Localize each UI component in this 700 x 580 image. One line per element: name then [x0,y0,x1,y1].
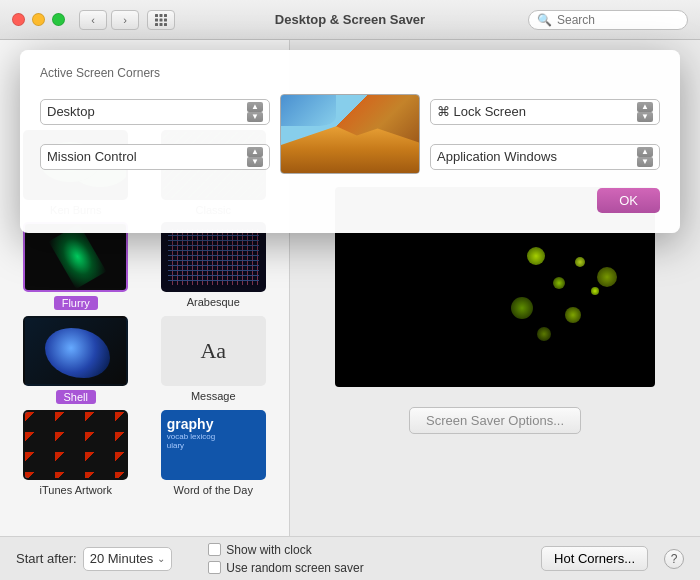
bottom-left-corner-select[interactable]: Mission Control ▲ ▼ [40,144,270,170]
svg-rect-5 [164,18,167,21]
ss-thumbnail-message: Aa [161,316,266,386]
particle [591,287,599,295]
search-input[interactable] [557,13,677,27]
traffic-lights [12,13,65,26]
stepper-down[interactable]: ▼ [637,157,653,167]
ss-thumbnail-wotd: graphy vocab lexicog ulary [161,410,266,480]
use-random-checkbox[interactable] [208,561,221,574]
particle [597,267,617,287]
grid-button[interactable] [147,10,175,30]
svg-rect-0 [155,14,158,17]
particle [537,327,551,341]
show-with-clock-checkbox[interactable] [208,543,221,556]
message-preview-text: Aa [200,338,226,364]
top-right-value: ⌘ Lock Screen [437,104,633,119]
top-left-stepper[interactable]: ▲ ▼ [247,102,263,122]
use-random-label: Use random screen saver [226,561,363,575]
list-item[interactable]: Aa Message [148,316,280,404]
ss-label-arabesque: Arabesque [187,296,240,308]
list-item[interactable]: Shell [10,316,142,404]
nav-buttons: ‹ › [79,10,175,30]
top-right-stepper[interactable]: ▲ ▼ [637,102,653,122]
list-item[interactable]: graphy vocab lexicog ulary Word of the D… [148,410,280,496]
time-select[interactable]: 20 Minutes ⌄ [83,547,173,571]
titlebar: ‹ › Desktop & Screen Saver 🔍 [0,0,700,40]
svg-rect-2 [164,14,167,17]
svg-rect-3 [155,18,158,21]
particle [527,247,545,265]
svg-rect-4 [160,18,163,21]
ok-btn-row: OK [40,188,660,213]
bottom-right-value: Application Windows [437,149,633,164]
start-after: Start after: 20 Minutes ⌄ [16,547,172,571]
stepper-up[interactable]: ▲ [637,147,653,157]
screen-saver-options-button[interactable]: Screen Saver Options... [409,407,581,434]
svg-rect-7 [160,23,163,26]
bottom-right-stepper[interactable]: ▲ ▼ [637,147,653,167]
bottom-right-corner-select[interactable]: Application Windows ▲ ▼ [430,144,660,170]
active-screen-corners-panel: Active Screen Corners Desktop ▲ ▼ ⌘ Lock… [20,50,680,233]
ss-label-flurry: Flurry [54,296,98,310]
back-button[interactable]: ‹ [79,10,107,30]
svg-rect-1 [160,14,163,17]
time-value: 20 Minutes [90,551,154,566]
checkboxes: Show with clock Use random screen saver [208,543,363,575]
overlay-title: Active Screen Corners [40,66,660,80]
show-with-clock-row[interactable]: Show with clock [208,543,363,557]
ss-label-wotd: Word of the Day [174,484,253,496]
ss-thumbnail-shell [23,316,128,386]
corners-grid: Desktop ▲ ▼ ⌘ Lock Screen ▲ ▼ Mission Co… [40,94,660,174]
wotd-preview-word: graphy [167,416,214,432]
desktop-preview-image [280,94,420,174]
top-right-corner-select[interactable]: ⌘ Lock Screen ▲ ▼ [430,99,660,125]
close-button[interactable] [12,13,25,26]
stepper-up[interactable]: ▲ [637,102,653,112]
use-random-row[interactable]: Use random screen saver [208,561,363,575]
particle [511,297,533,319]
minimize-button[interactable] [32,13,45,26]
maximize-button[interactable] [52,13,65,26]
search-icon: 🔍 [537,13,552,27]
search-box[interactable]: 🔍 [528,10,688,30]
svg-rect-6 [155,23,158,26]
bottom-bar: Start after: 20 Minutes ⌄ Show with cloc… [0,536,700,580]
list-item[interactable]: iTunes Artwork [10,410,142,496]
forward-button[interactable]: › [111,10,139,30]
svg-rect-8 [164,23,167,26]
ss-label-shell: Shell [56,390,96,404]
particle [553,277,565,289]
show-with-clock-label: Show with clock [226,543,311,557]
bottom-left-stepper[interactable]: ▲ ▼ [247,147,263,167]
bottom-left-value: Mission Control [47,149,243,164]
top-left-corner-select[interactable]: Desktop ▲ ▼ [40,99,270,125]
hot-corners-button[interactable]: Hot Corners... [541,546,648,571]
stepper-down[interactable]: ▼ [247,112,263,122]
particle [565,307,581,323]
ss-thumbnail-itunes [23,410,128,480]
wotd-preview-sub: vocab lexicog [167,432,215,441]
start-after-label: Start after: [16,551,77,566]
stepper-up[interactable]: ▲ [247,102,263,112]
help-button[interactable]: ? [664,549,684,569]
list-item[interactable]: Arabesque [148,222,280,310]
ss-label-itunes: iTunes Artwork [40,484,112,496]
stepper-up[interactable]: ▲ [247,147,263,157]
top-left-value: Desktop [47,104,243,119]
stepper-down[interactable]: ▼ [637,112,653,122]
window-title: Desktop & Screen Saver [275,12,425,27]
ss-label-message: Message [191,390,236,402]
list-item[interactable]: Flurry [10,222,142,310]
chevron-down-icon: ⌄ [157,553,165,564]
ok-button[interactable]: OK [597,188,660,213]
stepper-down[interactable]: ▼ [247,157,263,167]
particle [575,257,585,267]
wotd-preview-sub2: ulary [167,441,184,450]
